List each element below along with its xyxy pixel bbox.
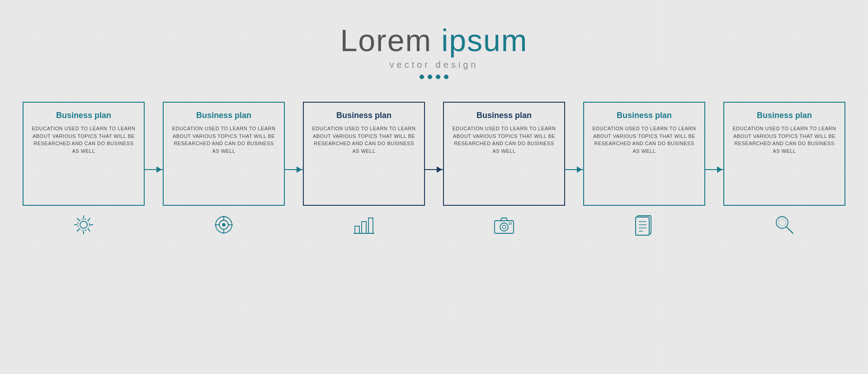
dot-2 — [428, 75, 432, 79]
target-icon — [212, 213, 235, 236]
camera-icon — [493, 213, 515, 236]
box-1: Business plan EDUCATION USED TO LEARN TO… — [23, 102, 145, 206]
gear-icon — [72, 213, 95, 236]
arrow-4 — [565, 118, 583, 222]
box-5: Business plan EDUCATION USED TO LEARN TO… — [583, 102, 705, 206]
svg-line-29 — [787, 227, 793, 233]
box-4-title: Business plan — [476, 111, 532, 120]
step-1: Business plan EDUCATION USED TO LEARN TO… — [23, 102, 145, 237]
chart-icon — [353, 213, 375, 236]
step-3: Business plan EDUCATION USED TO LEARN TO… — [303, 102, 425, 237]
arrow-head-4 — [577, 166, 582, 173]
document-icon — [633, 213, 656, 236]
icon-area-3 — [303, 212, 425, 237]
arrow-3 — [425, 118, 443, 222]
box-2-title: Business plan — [196, 111, 251, 120]
box-6-title: Business plan — [757, 111, 812, 120]
box-3: Business plan EDUCATION USED TO LEARN TO… — [303, 102, 425, 206]
subtitle: vector design — [340, 60, 528, 70]
svg-point-1 — [78, 219, 90, 231]
svg-point-15 — [502, 225, 506, 229]
step-6: Business plan EDUCATION USED TO LEARN TO… — [723, 102, 845, 237]
box-4: Business plan EDUCATION USED TO LEARN TO… — [443, 102, 565, 206]
decorative-dots — [340, 75, 528, 79]
box-3-body: EDUCATION USED TO LEARN TO LEARN ABOUT V… — [311, 125, 417, 155]
icon-area-2 — [163, 212, 285, 237]
step-4: Business plan EDUCATION USED TO LEARN TO… — [443, 102, 565, 237]
svg-rect-22 — [636, 217, 649, 235]
box-6: Business plan EDUCATION USED TO LEARN TO… — [723, 102, 845, 206]
arrow-5 — [705, 118, 723, 222]
arrow-head-3 — [437, 166, 442, 173]
step-5: Business plan EDUCATION USED TO LEARN TO… — [583, 102, 705, 237]
main-title: Lorem ipsum — [340, 23, 528, 58]
svg-rect-10 — [362, 222, 366, 233]
svg-point-14 — [500, 223, 508, 231]
dot-1 — [420, 75, 424, 79]
box-6-body: EDUCATION USED TO LEARN TO LEARN ABOUT V… — [731, 125, 837, 155]
box-1-title: Business plan — [56, 111, 111, 120]
step-2: Business plan EDUCATION USED TO LEARN TO… — [163, 102, 285, 237]
svg-rect-16 — [509, 223, 511, 224]
icon-area-1 — [23, 212, 145, 237]
search-icon — [773, 213, 796, 236]
box-4-body: EDUCATION USED TO LEARN TO LEARN ABOUT V… — [451, 125, 557, 155]
dot-4 — [444, 75, 448, 79]
svg-point-0 — [80, 221, 87, 228]
title-part2: ipsum — [441, 23, 528, 57]
arrow-head-2 — [297, 166, 302, 173]
title-part1: Lorem — [340, 23, 441, 57]
box-3-title: Business plan — [336, 111, 392, 120]
svg-rect-11 — [368, 218, 373, 233]
arrow-head-1 — [156, 166, 162, 173]
svg-point-8 — [222, 223, 225, 226]
svg-point-30 — [778, 219, 786, 226]
icon-area-5 — [583, 212, 705, 237]
box-2-body: EDUCATION USED TO LEARN TO LEARN ABOUT V… — [171, 125, 277, 155]
arrow-2 — [285, 118, 303, 222]
icon-area-6 — [723, 212, 845, 237]
box-1-body: EDUCATION USED TO LEARN TO LEARN ABOUT V… — [31, 125, 137, 155]
box-5-body: EDUCATION USED TO LEARN TO LEARN ABOUT V… — [591, 125, 697, 155]
dot-3 — [436, 75, 440, 79]
icon-area-4 — [443, 212, 565, 237]
arrow-1 — [145, 118, 163, 222]
box-2: Business plan EDUCATION USED TO LEARN TO… — [163, 102, 285, 206]
infographic: Business plan EDUCATION USED TO LEARN TO… — [23, 102, 845, 237]
header: Lorem ipsum vector design — [340, 23, 528, 79]
arrow-head-5 — [717, 166, 722, 173]
box-5-title: Business plan — [617, 111, 672, 120]
svg-rect-9 — [355, 226, 359, 233]
svg-point-28 — [776, 217, 788, 228]
